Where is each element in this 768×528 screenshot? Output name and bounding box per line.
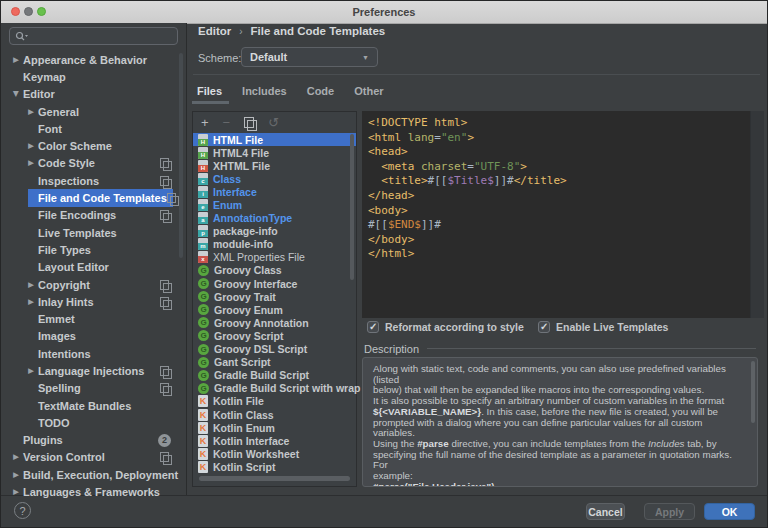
template-item-module-info[interactable]: module-info xyxy=(193,238,356,251)
sidebar-item-language-injections[interactable]: ▶Language Injections xyxy=(1,362,186,379)
chevron-right-icon[interactable]: ▶ xyxy=(9,453,23,461)
ok-button[interactable]: OK xyxy=(704,503,755,520)
chevron-right-icon[interactable]: ▶ xyxy=(24,367,38,375)
template-item-groovy-dsl-script[interactable]: Groovy DSL Script xyxy=(193,343,356,356)
sidebar-item-label: TextMate Bundles xyxy=(38,400,131,412)
template-item-html-file[interactable]: HTML File xyxy=(193,133,356,146)
shared-settings-icon xyxy=(160,452,169,462)
tab-other[interactable]: Other xyxy=(354,85,383,97)
template-item-kotlin-interface[interactable]: Kotlin Interface xyxy=(193,434,356,447)
sidebar-item-copyright[interactable]: ▶Copyright xyxy=(1,276,186,293)
sidebar-item-build-execution-deployment[interactable]: ▶Build, Execution, Deployment xyxy=(1,466,186,483)
sidebar-item-general[interactable]: ▶General xyxy=(1,103,186,120)
template-item-gradle-build-script[interactable]: Gradle Build Script xyxy=(193,369,356,382)
sidebar-item-font[interactable]: Font xyxy=(1,120,186,137)
template-item-annotationtype[interactable]: AnnotationType xyxy=(193,212,356,225)
kotlin-file-icon xyxy=(198,395,208,407)
template-item-class[interactable]: Class xyxy=(193,172,356,185)
template-item-package-info[interactable]: package-info xyxy=(193,225,356,238)
template-item-groovy-enum[interactable]: Groovy Enum xyxy=(193,303,356,316)
template-item-groovy-trait[interactable]: Groovy Trait xyxy=(193,290,356,303)
description-scrollbar-thumb[interactable] xyxy=(751,361,755,423)
sidebar-item-version-control[interactable]: ▶Version Control xyxy=(1,449,186,466)
sidebar-item-spelling[interactable]: Spelling xyxy=(1,380,186,397)
template-item-label: XHTML File xyxy=(213,160,270,172)
chevron-right-icon[interactable]: ▶ xyxy=(24,298,38,306)
sidebar-item-images[interactable]: Images xyxy=(1,328,186,345)
tab-files[interactable]: Files xyxy=(197,85,222,97)
template-item-xhtml-file[interactable]: XHTML File xyxy=(193,159,356,172)
template-item-groovy-annotation[interactable]: Groovy Annotation xyxy=(193,316,356,329)
revert-template-button: ↺ xyxy=(268,116,279,129)
live-templates-option-row: Enable Live Templates xyxy=(538,321,668,333)
copy-template-button[interactable] xyxy=(244,117,254,128)
chevron-right-icon[interactable]: ▶ xyxy=(24,281,38,289)
template-list-horizontal-scrollbar-thumb[interactable] xyxy=(199,476,350,481)
settings-search-field[interactable] xyxy=(9,27,178,45)
sidebar-item-keymap[interactable]: Keymap xyxy=(1,68,186,85)
template-item-kotlin-script[interactable]: Kotlin Script xyxy=(193,460,356,473)
reformat-checkbox[interactable] xyxy=(367,321,379,333)
help-button[interactable]: ? xyxy=(14,502,31,519)
sidebar-item-layout-editor[interactable]: Layout Editor xyxy=(1,259,186,276)
close-window-button[interactable] xyxy=(11,7,20,16)
tab-code[interactable]: Code xyxy=(307,85,335,97)
sidebar-item-appearance-behavior[interactable]: ▶Appearance & Behavior xyxy=(1,51,186,68)
chevron-right-icon[interactable]: ▶ xyxy=(24,142,38,150)
template-tabs: Files Includes Code Other xyxy=(197,85,384,97)
sidebar-item-file-encodings[interactable]: File Encodings xyxy=(1,207,186,224)
tab-includes[interactable]: Includes xyxy=(242,85,287,97)
template-item-html4-file[interactable]: HTML4 File xyxy=(193,146,356,159)
zoom-window-button[interactable] xyxy=(37,7,46,16)
sidebar-item-file-types[interactable]: File Types xyxy=(1,241,186,258)
sidebar-scrollbar-thumb[interactable] xyxy=(179,53,183,258)
scheme-dropdown[interactable]: Default ▼ xyxy=(241,47,378,67)
sidebar-item-inlay-hints[interactable]: ▶Inlay Hints xyxy=(1,293,186,310)
breadcrumb-section[interactable]: Editor xyxy=(198,25,231,37)
template-editor[interactable]: <!DOCTYPE html><html lang="en"><head> <m… xyxy=(362,111,763,318)
template-item-kotlin-worksheet[interactable]: Kotlin Worksheet xyxy=(193,447,356,460)
sidebar-item-intentions[interactable]: Intentions xyxy=(1,345,186,362)
breadcrumb-separator-icon: › xyxy=(239,26,242,37)
template-item-interface[interactable]: Interface xyxy=(193,185,356,198)
sidebar-item-code-style[interactable]: ▶Code Style xyxy=(1,155,186,172)
template-item-kotlin-enum[interactable]: Kotlin Enum xyxy=(193,421,356,434)
sidebar-item-plugins[interactable]: Plugins2 xyxy=(1,432,186,449)
live-templates-checkbox[interactable] xyxy=(538,321,550,333)
template-item-xml-properties-file[interactable]: XML Properties File xyxy=(193,251,356,264)
sidebar-item-languages-frameworks[interactable]: ▶Languages & Frameworks xyxy=(1,483,186,498)
template-item-gant-script[interactable]: Gant Script xyxy=(193,356,356,369)
editor-scrollbar-track[interactable] xyxy=(750,111,764,318)
search-input[interactable] xyxy=(31,29,165,43)
chevron-right-icon[interactable]: ▶ xyxy=(24,159,38,167)
template-item-groovy-interface[interactable]: Groovy Interface xyxy=(193,277,356,290)
sidebar-item-live-templates[interactable]: Live Templates xyxy=(1,224,186,241)
sidebar-item-label: Build, Execution, Deployment xyxy=(23,469,178,481)
chevron-right-icon[interactable]: ▶ xyxy=(24,108,38,116)
chevron-right-icon[interactable]: ▶ xyxy=(9,56,23,64)
sidebar-item-inspections[interactable]: Inspections xyxy=(1,172,186,189)
sidebar-item-emmet[interactable]: Emmet xyxy=(1,310,186,327)
template-item-kotlin-class[interactable]: Kotlin Class xyxy=(193,408,356,421)
sidebar-item-color-scheme[interactable]: ▶Color Scheme xyxy=(1,137,186,154)
description-panel[interactable]: Along with static text, code and comment… xyxy=(362,357,758,487)
template-item-enum[interactable]: Enum xyxy=(193,198,356,211)
template-item-kotlin-file[interactable]: Kotlin File xyxy=(193,395,356,408)
chevron-down-icon: ▼ xyxy=(362,54,369,61)
chevron-down-icon[interactable]: ▶ xyxy=(12,87,20,101)
groovy-file-icon xyxy=(198,265,209,276)
sidebar-item-file-and-code-templates[interactable]: File and Code Templates xyxy=(1,189,186,206)
chevron-right-icon[interactable]: ▶ xyxy=(9,471,23,479)
template-list-vertical-scrollbar-thumb[interactable] xyxy=(350,134,354,280)
cancel-button[interactable]: Cancel xyxy=(586,503,625,520)
template-item-label: Class xyxy=(213,173,241,185)
shared-settings-icon xyxy=(160,210,169,220)
template-item-groovy-class[interactable]: Groovy Class xyxy=(193,264,356,277)
sidebar-item-editor[interactable]: ▶Editor xyxy=(1,86,186,103)
template-item-groovy-script[interactable]: Groovy Script xyxy=(193,329,356,342)
sidebar-item-textmate-bundles[interactable]: TextMate Bundles xyxy=(1,397,186,414)
template-item-gradle-build-script-with-wrap[interactable]: Gradle Build Script with wrap xyxy=(193,382,356,395)
chevron-right-icon[interactable]: ▶ xyxy=(9,488,23,496)
add-template-button[interactable]: + xyxy=(201,116,209,129)
sidebar-item-todo[interactable]: TODO xyxy=(1,414,186,431)
